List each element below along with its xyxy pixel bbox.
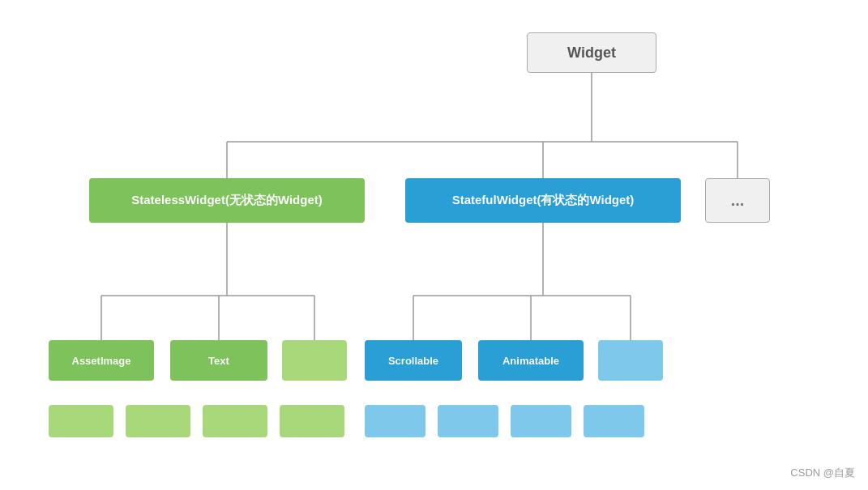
assetimage-node: AssetImage (49, 340, 154, 381)
watermark: CSDN @自夏 (790, 466, 855, 480)
blue-placeholder-node (598, 340, 663, 381)
text-node: Text (170, 340, 267, 381)
green-leaf-1 (49, 405, 113, 437)
diagram-container: Widget StatelessWidget(无状态的Widget) State… (0, 0, 868, 490)
blue-leaf-2 (438, 405, 498, 437)
blue-leaf-4 (584, 405, 644, 437)
animatable-label: Animatable (502, 355, 559, 367)
animatable-node: Animatable (478, 340, 584, 381)
green-placeholder-node (282, 340, 347, 381)
stateless-node: StatelessWidget(无状态的Widget) (89, 178, 365, 223)
stateless-label: StatelessWidget(无状态的Widget) (131, 193, 323, 208)
blue-leaf-1 (365, 405, 425, 437)
stateful-node: StatefulWidget(有状态的Widget) (405, 178, 681, 223)
widget-node: Widget (527, 32, 656, 73)
stateful-label: StatefulWidget(有状态的Widget) (452, 193, 635, 208)
green-leaf-2 (126, 405, 190, 437)
green-leaf-4 (280, 405, 344, 437)
green-leaf-3 (203, 405, 267, 437)
blue-leaf-3 (511, 405, 571, 437)
widget-label: Widget (567, 45, 616, 62)
scrollable-node: Scrollable (365, 340, 462, 381)
assetimage-label: AssetImage (72, 355, 131, 367)
dots-node: ... (705, 178, 770, 223)
dots-label: ... (731, 191, 745, 210)
text-label: Text (208, 355, 229, 367)
scrollable-label: Scrollable (388, 355, 438, 367)
